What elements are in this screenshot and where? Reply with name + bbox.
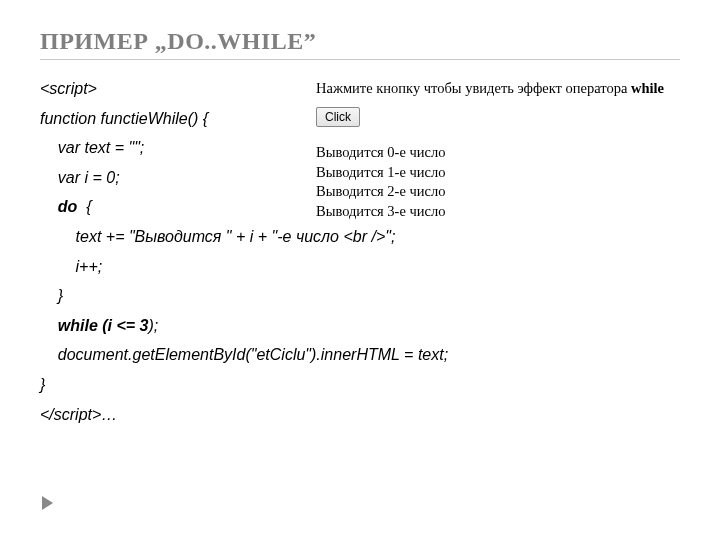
demo-caption-text: Нажмите кнопку чтобы увидеть эффект опер… [316,80,631,96]
code-line [40,198,58,215]
code-line: ); [148,317,158,334]
demo-caption: Нажмите кнопку чтобы увидеть эффект опер… [316,80,664,97]
click-button[interactable]: Click [316,107,360,127]
code-keyword-while: while (i <= 3 [58,317,149,334]
code-line [40,317,58,334]
code-line: <script> [40,80,97,97]
code-line: document.getElementById("etCiclu").inner… [40,346,448,363]
demo-panel: Нажмите кнопку чтобы увидеть эффект опер… [316,80,664,221]
demo-output: Выводится 0-е число Выводится 1-е число … [316,143,664,221]
code-line: } [40,287,63,304]
slide: ПРИМЕР „DO..WHILE” <script> function fun… [0,0,720,540]
code-line: </script>… [40,406,117,423]
code-line: } [40,376,45,393]
code-line: i++; [40,258,102,275]
code-line: { [77,198,91,215]
code-line: var i = 0; [40,169,120,186]
code-line: text += "Выводится " + i + "-е число <br… [40,228,395,245]
demo-caption-bold: while [631,80,664,96]
play-icon [42,496,53,510]
demo-output-line: Выводится 0-е число [316,143,664,163]
slide-title: ПРИМЕР „DO..WHILE” [40,28,680,60]
code-keyword-do: do [58,198,78,215]
code-line: var text = ""; [40,139,144,156]
demo-output-line: Выводится 3-е число [316,202,664,222]
demo-output-line: Выводится 1-е число [316,163,664,183]
code-line: function functieWhile() { [40,110,208,127]
demo-output-line: Выводится 2-е число [316,182,664,202]
